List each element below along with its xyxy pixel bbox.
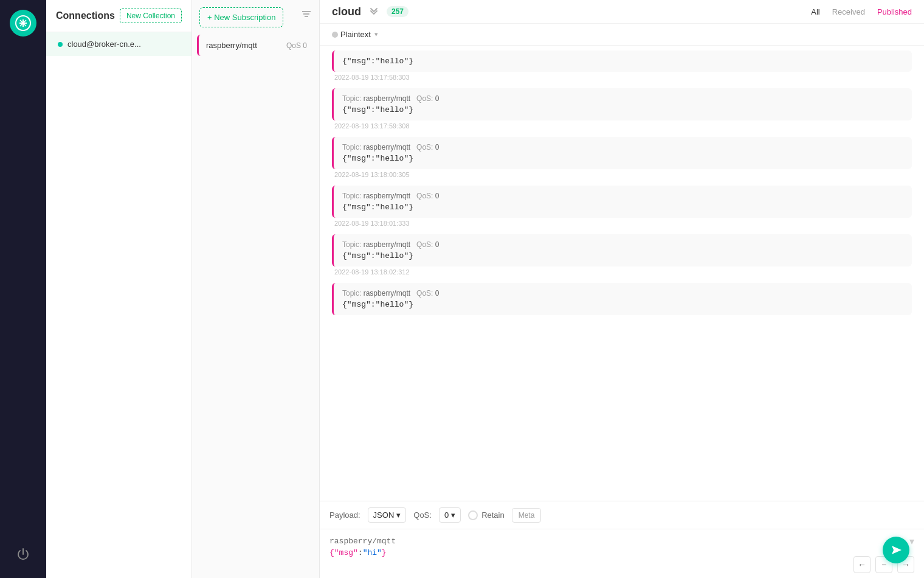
message-card: {"msg":"hello"} — [332, 50, 912, 72]
power-icon[interactable] — [12, 543, 35, 568]
message-body: {"msg":"hello"} — [342, 203, 903, 212]
message-card: Topic: raspberry/mqtt QoS: 0 {"msg":"hel… — [332, 137, 912, 169]
message-group: Topic: raspberry/mqtt QoS: 0 {"msg":"hel… — [332, 283, 912, 316]
publish-topic: raspberry/mqtt — [329, 537, 914, 546]
message-card: Topic: raspberry/mqtt QoS: 0 {"msg":"hel… — [332, 186, 912, 218]
message-timestamp: 2022-08-19 13:18:02:312 — [334, 268, 912, 276]
message-group: Topic: raspberry/mqtt QoS: 0 {"msg":"hel… — [332, 186, 912, 232]
message-group: Topic: raspberry/mqtt QoS: 0 {"msg":"hel… — [332, 88, 912, 134]
message-count-badge: 257 — [387, 6, 409, 17]
connections-title: Connections — [56, 10, 115, 21]
filter-icon[interactable] — [301, 9, 312, 22]
send-button[interactable] — [883, 537, 909, 563]
send-button-wrapper — [883, 537, 909, 563]
nav-back-button[interactable]: ← — [853, 556, 871, 573]
message-meta: Topic: raspberry/mqtt QoS: 0 — [342, 192, 903, 200]
message-meta: Topic: raspberry/mqtt QoS: 0 — [342, 240, 903, 249]
message-card: Topic: raspberry/mqtt QoS: 0 {"msg":"hel… — [332, 88, 912, 120]
qos-value-select[interactable]: 0 ▾ — [439, 507, 461, 523]
payload-format-select[interactable]: JSON ▾ — [368, 507, 407, 523]
subscription-item[interactable]: raspberry/mqtt QoS 0 — [197, 35, 314, 56]
dark-sidebar — [0, 0, 46, 578]
publish-toolbar: Payload: JSON ▾ QoS: 0 ▾ Retain Meta — [320, 501, 924, 529]
plaintext-bar: Plaintext ▾ — [320, 24, 924, 46]
message-group: Topic: raspberry/mqtt QoS: 0 {"msg":"hel… — [332, 137, 912, 183]
retain-button[interactable]: Retain — [468, 510, 505, 520]
message-group: {"msg":"hello"} 2022-08-19 13:17:58:303 — [332, 50, 912, 86]
new-collection-button[interactable]: New Collection — [120, 9, 182, 23]
new-subscription-button[interactable]: + New Subscription — [199, 7, 283, 27]
message-body: {"msg":"hello"} — [342, 57, 903, 66]
message-meta: Topic: raspberry/mqtt QoS: 0 — [342, 143, 903, 151]
connections-sidebar: Connections New Collection cloud@broker-… — [46, 0, 192, 578]
message-list: {"msg":"hello"} 2022-08-19 13:17:58:303 … — [320, 46, 924, 501]
connection-title: cloud — [332, 5, 361, 18]
message-group: Topic: raspberry/mqtt QoS: 0 {"msg":"hel… — [332, 234, 912, 280]
retain-checkbox — [468, 510, 478, 520]
connections-header: Connections New Collection — [46, 0, 191, 32]
subscription-qos: QoS 0 — [286, 41, 307, 50]
message-timestamp: 2022-08-19 13:17:59:308 — [334, 122, 912, 130]
tab-all[interactable]: All — [811, 6, 819, 18]
meta-button[interactable]: Meta — [512, 508, 542, 523]
payload-label: Payload: — [329, 510, 360, 520]
message-body: {"msg":"hello"} — [342, 105, 903, 114]
plaintext-label: Plaintext — [340, 30, 371, 39]
chevron-down-icon[interactable] — [368, 5, 379, 18]
subscription-topic: raspberry/mqtt — [206, 41, 257, 50]
publish-content-wrapper: raspberry/mqtt {"msg":"hi"} ▾ ← − → — [320, 529, 924, 578]
message-timestamp: 2022-08-19 13:18:00:305 — [334, 171, 912, 178]
connection-status-dot — [58, 42, 63, 47]
publish-content[interactable]: raspberry/mqtt {"msg":"hi"} — [320, 529, 924, 578]
message-timestamp: 2022-08-19 13:17:58:303 — [334, 74, 912, 81]
message-body: {"msg":"hello"} — [342, 251, 903, 260]
plaintext-chevron-icon: ▾ — [374, 30, 378, 38]
message-body: {"msg":"hello"} — [342, 154, 903, 163]
top-bar: cloud 257 All Received Published — [320, 0, 924, 24]
message-meta: Topic: raspberry/mqtt QoS: 0 — [342, 94, 903, 103]
message-timestamp: 2022-08-19 13:18:01:333 — [334, 220, 912, 227]
message-meta: Topic: raspberry/mqtt QoS: 0 — [342, 289, 903, 298]
payload-chevron-icon: ▾ — [396, 510, 401, 520]
publish-body: {"msg":"hi"} — [329, 548, 914, 557]
main-area: cloud 257 All Received Published Plainte… — [320, 0, 924, 578]
message-card: Topic: raspberry/mqtt QoS: 0 {"msg":"hel… — [332, 283, 912, 315]
collapse-icon[interactable]: ▾ — [909, 535, 914, 547]
plaintext-status-dot — [332, 32, 338, 38]
qos-label: QoS: — [413, 510, 432, 520]
tab-received[interactable]: Received — [832, 6, 865, 18]
filter-tabs: All Received Published — [811, 6, 912, 18]
qos-chevron-icon: ▾ — [451, 510, 455, 520]
message-body: {"msg":"hello"} — [342, 300, 903, 309]
subscriptions-panel: + New Subscription raspberry/mqtt QoS 0 — [192, 0, 320, 578]
subscriptions-top: + New Subscription — [192, 0, 319, 35]
message-card: Topic: raspberry/mqtt QoS: 0 {"msg":"hel… — [332, 234, 912, 266]
plaintext-selector[interactable]: Plaintext ▾ — [332, 30, 378, 39]
connection-name: cloud@broker-cn.e... — [67, 40, 141, 49]
connection-item[interactable]: cloud@broker-cn.e... — [46, 32, 191, 56]
publish-area: Payload: JSON ▾ QoS: 0 ▾ Retain Meta ras… — [320, 501, 924, 578]
tab-published[interactable]: Published — [877, 6, 912, 18]
app-logo[interactable] — [10, 10, 36, 37]
